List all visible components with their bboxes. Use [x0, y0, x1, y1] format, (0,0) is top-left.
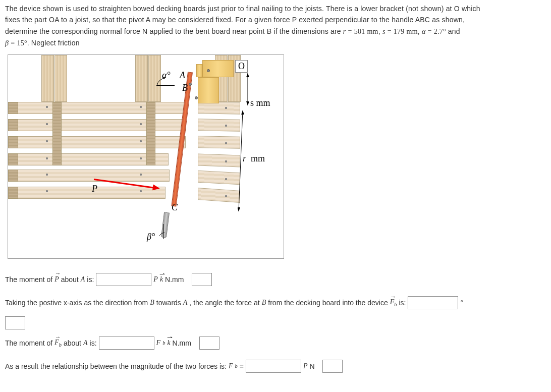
svg-line-0 [239, 110, 243, 211]
label-O: O [235, 60, 248, 73]
problem-line4: . Neglect friction [27, 39, 80, 47]
q1-P-unit: P [153, 275, 158, 284]
q3-Fb-vector: Fb [54, 339, 62, 348]
label-alpha: α° [162, 70, 171, 81]
q3-F-unit: F [156, 339, 161, 347]
q1-is: is: [87, 275, 94, 284]
label-beta: β° [147, 232, 155, 242]
q1-input-aux[interactable] [192, 273, 212, 286]
q1-unit: N.mm [165, 275, 184, 284]
q2-B2: B [262, 299, 266, 307]
q4-Fb: F [229, 362, 233, 370]
q2-text-a: Taking the postive x-axis as the directi… [5, 299, 148, 307]
q2-text-c: , the angle the force at [189, 299, 259, 307]
q3-input-aux[interactable] [199, 337, 219, 350]
q1-input-coeff[interactable] [96, 273, 151, 286]
q4-N: N [309, 362, 314, 370]
problem-diagram: O A B C P α° β° s mm r mm [8, 54, 284, 259]
q3-unit: N.mm [173, 339, 191, 347]
q3-prefix: The moment of [5, 339, 52, 347]
beta-value: 15° [17, 39, 27, 47]
q3-is: is: [90, 339, 97, 347]
q1-mid: about [61, 275, 79, 284]
q2-deg: ° [460, 299, 463, 307]
problem-line3b: and [446, 27, 460, 35]
q3-mid: about [64, 339, 81, 347]
q3-input-coeff[interactable] [99, 337, 154, 350]
q1-P-vector: P [54, 275, 59, 284]
problem-line1: The device shown is used to straighten b… [5, 5, 480, 13]
q2-text-d: from the decking board into the device [268, 299, 388, 307]
q2-input-aux[interactable] [5, 316, 25, 329]
q2-A: A [183, 299, 188, 307]
q1-A: A [81, 275, 85, 284]
q4-text: As a result the relationship between the… [5, 362, 227, 370]
q2-text-b: towards [156, 299, 181, 307]
q4-eq: = [240, 362, 244, 370]
q4-P: P [303, 362, 308, 370]
q1-k: k [160, 275, 163, 284]
q3-A: A [83, 339, 88, 347]
label-s: s mm [250, 98, 270, 108]
problem-line3a: determine the corresponding normal force… [5, 27, 343, 35]
label-r: r mm [243, 153, 265, 163]
q4-input-aux[interactable] [322, 360, 343, 373]
label-B: B [182, 83, 188, 93]
q1-prefix: The moment of [5, 275, 52, 284]
r-value: 501 [354, 28, 365, 35]
label-A: A [180, 70, 185, 81]
problem-line2: fixes the part OA to a joist, so that th… [5, 16, 465, 24]
label-P: P [92, 184, 97, 194]
q2-input-angle[interactable] [408, 296, 458, 309]
label-C: C [172, 202, 178, 213]
q4-input-coeff[interactable] [246, 360, 301, 373]
q2-B: B [150, 299, 154, 307]
alpha-value: 2.7° [434, 28, 446, 35]
s-value: 179 [394, 28, 405, 35]
q2-Fb-vector: Fb [390, 298, 397, 307]
q3-k: k [167, 339, 170, 347]
q2-is: is: [399, 299, 406, 307]
